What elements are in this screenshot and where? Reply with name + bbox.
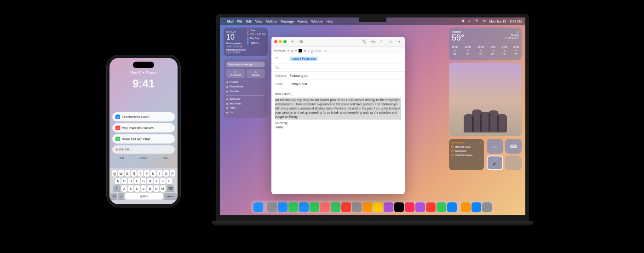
header-icon[interactable]: ▦ (299, 39, 304, 45)
menubar-date[interactable]: Mon Jun 10 (489, 20, 506, 23)
style-friendly[interactable]: Friendly (226, 80, 265, 85)
photo-icon[interactable]: ▢ (379, 39, 385, 45)
action-table[interactable]: Table (226, 106, 265, 110)
italic-button[interactable]: I (308, 49, 309, 52)
siri-input[interactable]: ◉ Ask Siri... (112, 145, 175, 154)
key-n[interactable]: N (154, 185, 159, 192)
menu-file[interactable]: File (237, 20, 242, 23)
action-list[interactable]: List (226, 110, 265, 115)
iphone-keyboard[interactable]: QWERTYUIOP ASDFGHJKL ⇧ZXCVBNM⌫ 123 ☺ spa… (109, 168, 178, 204)
key-q[interactable]: Q (112, 170, 117, 177)
key-l[interactable]: L (167, 178, 172, 184)
key-x[interactable]: X (128, 185, 133, 192)
dock-freeform[interactable] (384, 202, 393, 212)
color-swatch[interactable] (299, 49, 302, 52)
dock-finder[interactable] (253, 202, 263, 212)
dock-podcasts[interactable] (415, 202, 425, 212)
underline-button[interactable]: U (310, 49, 312, 52)
key-emoji[interactable]: ☺ (118, 193, 124, 200)
menubar-time[interactable]: 9:41 AM (510, 20, 522, 23)
key-s[interactable]: S (121, 178, 127, 184)
reminders-widget[interactable]: Reminders3 Buy film (120)ExpensesCall Do… (449, 139, 484, 170)
key-g[interactable]: G (141, 178, 146, 184)
reminder-item[interactable]: Buy film (120) (451, 145, 482, 148)
dock-numbers[interactable] (437, 202, 446, 212)
proofread-button[interactable]: 🔍Proofread (226, 69, 245, 78)
to-recipient[interactable]: Lanchi Pederson (290, 57, 318, 61)
suggestion-share-eta[interactable]: ✉Share ETA with Chad (112, 134, 175, 144)
dock-mail[interactable] (299, 202, 309, 212)
key-i[interactable]: I (157, 170, 162, 177)
dock-contacts[interactable] (352, 202, 362, 212)
key-123[interactable]: 123 (110, 193, 117, 200)
menu-mail[interactable]: Mail (227, 20, 234, 23)
dock-safari[interactable] (278, 202, 288, 212)
close-button[interactable] (274, 40, 277, 43)
style-concise[interactable]: Concise (226, 89, 265, 94)
photos-widget[interactable] (449, 63, 522, 136)
wifi-icon[interactable]: ᯤ (468, 20, 472, 23)
dock-maps[interactable] (310, 202, 319, 212)
dock-pages[interactable] (461, 202, 471, 212)
key-y[interactable]: Y (144, 170, 150, 177)
key-v[interactable]: V (141, 185, 146, 192)
menu-message[interactable]: Message (281, 20, 293, 23)
menu-mailbox[interactable]: Mailbox (266, 20, 277, 23)
key-u[interactable]: U (150, 170, 156, 177)
from-field[interactable]: Jenny Court (290, 82, 307, 86)
control-icon[interactable]: ⚙ (483, 19, 486, 23)
font-size[interactable]: 12 (291, 49, 294, 52)
key-h[interactable]: H (147, 178, 153, 184)
key-p[interactable]: P (170, 170, 175, 177)
list-buttons[interactable]: ⋮≡ (323, 49, 328, 52)
align-buttons[interactable]: ≡ ≡ ≡ (315, 49, 321, 52)
style-professional[interactable]: Professional (226, 85, 265, 89)
key-shift[interactable]: ⇧ (113, 185, 121, 192)
key-r[interactable]: R (131, 170, 137, 177)
dock-reminders[interactable] (362, 202, 372, 212)
key-d[interactable]: D (128, 178, 133, 184)
suggestion-directions[interactable]: ⬈Get directions Home (112, 112, 175, 121)
mail-body[interactable]: Dear Lanchi, I'm following up regarding … (271, 88, 405, 133)
reminder-item[interactable]: Expenses (451, 150, 482, 152)
key-a[interactable]: A (115, 178, 121, 184)
menu-format[interactable]: Format (298, 20, 308, 23)
key-delete[interactable]: ⌫ (167, 185, 174, 192)
dock-news[interactable] (426, 202, 436, 212)
key-return[interactable]: return (164, 193, 177, 200)
subject-field[interactable]: Following Up (290, 74, 308, 77)
siri-tab-find[interactable]: Find (162, 156, 167, 159)
menu-help[interactable]: Help (327, 20, 333, 23)
shortcut-4[interactable] (505, 155, 522, 170)
key-c[interactable]: C (134, 185, 140, 192)
bold-button[interactable]: B (304, 49, 306, 52)
dock-messages[interactable] (288, 202, 298, 212)
menu-edit[interactable]: Edit (246, 20, 252, 23)
weather-widget[interactable]: Tiburon 59° ☀ Sunny H:70° L:54° 10 AM☀59… (449, 28, 522, 60)
dock-tv[interactable] (394, 202, 404, 212)
menu-view[interactable]: View (255, 20, 262, 23)
attach-icon[interactable]: 📎 (362, 39, 367, 45)
suggestion-music[interactable]: ♫Play Road Trip Classics (112, 123, 175, 132)
shortcut-1[interactable]: ▭ (487, 139, 503, 154)
dock-appstore[interactable] (472, 202, 481, 212)
dock-keynote[interactable] (447, 202, 457, 212)
key-o[interactable]: O (163, 170, 169, 177)
writing-tools-input[interactable]: Describe your change (226, 62, 265, 67)
shortcut-2[interactable]: ⌨ (505, 139, 522, 154)
format-icon[interactable]: Aa (370, 39, 376, 45)
key-k[interactable]: K (160, 178, 166, 184)
font-select[interactable]: Helvetica (274, 49, 286, 52)
rewrite-button[interactable]: ✎Rewrite (247, 69, 265, 78)
key-j[interactable]: J (154, 178, 159, 184)
send-icon[interactable]: ✈ (290, 39, 295, 45)
shortcut-3[interactable]: 🎤 (487, 155, 503, 170)
dock-calendar[interactable] (341, 202, 351, 212)
action-summary[interactable]: Summary (226, 97, 265, 102)
dock-launchpad[interactable] (267, 202, 277, 212)
key-f[interactable]: F (134, 178, 140, 184)
key-b[interactable]: B (147, 185, 153, 192)
key-m[interactable]: M (160, 185, 166, 192)
search-icon[interactable]: 🔍 (475, 19, 479, 23)
dock-notes[interactable] (373, 202, 383, 212)
